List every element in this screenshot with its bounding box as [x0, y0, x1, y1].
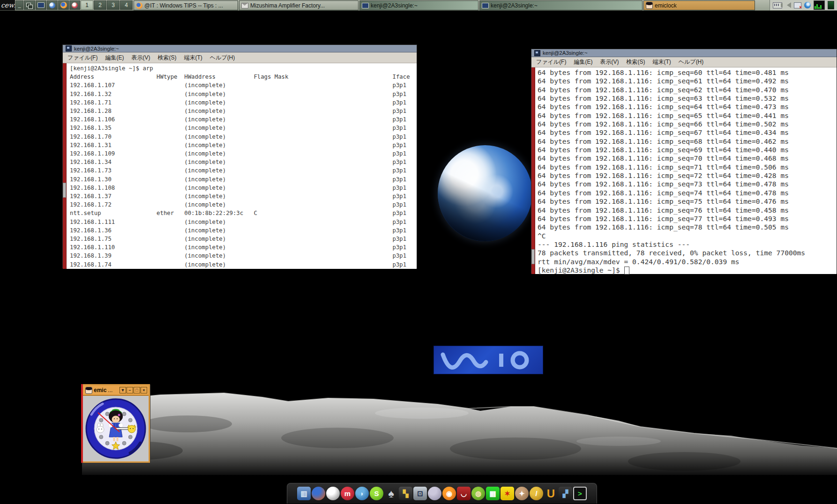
gnumeric-icon[interactable]: ▦: [486, 487, 500, 500]
firefox-icon: [136, 2, 142, 9]
menu-item-4[interactable]: 端末(T): [652, 58, 671, 66]
emiclock-window: emic ... ▼−□×: [81, 384, 150, 463]
menu-item-4[interactable]: 端末(T): [184, 54, 202, 62]
browser-launcher[interactable]: [47, 0, 58, 10]
skype-icon[interactable]: S: [370, 487, 383, 500]
emiclock-minimize-button[interactable]: −: [127, 387, 133, 393]
menu-item-3[interactable]: 検索(S): [626, 58, 645, 66]
task-title: @IT : Windows TIPS -- Tips : ...: [144, 2, 223, 9]
network-swirl-icon[interactable]: [804, 2, 811, 8]
menu-item-0[interactable]: ファイル(F): [536, 58, 566, 66]
speaker-icon[interactable]: [787, 2, 791, 8]
workspace-button-4[interactable]: 4: [120, 0, 133, 10]
scrollbar[interactable]: [531, 67, 535, 274]
emiclock-girl-icon: [646, 2, 653, 9]
adobe-reader-icon[interactable]: ◡: [457, 487, 471, 500]
title-bar[interactable]: kenji@2A3single:~: [531, 49, 837, 57]
task-title: kenji@2A3single:~: [491, 2, 538, 9]
screen-icon[interactable]: ⊡: [413, 487, 427, 500]
window-list-button[interactable]: [24, 0, 35, 10]
workspace-button-2[interactable]: 2: [94, 0, 106, 10]
menu-bar: ファイル(F)編集(E)表示(V)検索(S)端末(T)ヘルプ(H): [531, 57, 837, 67]
maple-leaf-icon[interactable]: ✶: [501, 487, 514, 500]
emiclock-title: emic: [94, 387, 106, 393]
ping-output: 64 bytes from 192.168.1.116: icmp_seq=60…: [531, 67, 837, 266]
emiclock-clock: [84, 396, 148, 461]
menu-item-3[interactable]: 検索(S): [157, 54, 176, 62]
globe-browser-icon[interactable]: [326, 487, 340, 500]
menu-item-5[interactable]: ヘルプ(H): [210, 54, 235, 62]
taskbar-task-2[interactable]: kenji@2A3single:~: [359, 0, 478, 10]
terminal-window-icon: [534, 50, 540, 56]
monitor-launcher[interactable]: [36, 0, 46, 10]
earth-image: [438, 145, 532, 241]
scrollbar-thumb[interactable]: [531, 249, 535, 264]
dock: ▥m◗S♠▚⊡◉◡◍▦✶✦/U▞>: [287, 483, 597, 504]
firefox-launcher[interactable]: [58, 0, 69, 10]
scrollbar[interactable]: [63, 63, 67, 269]
globe-icon: [49, 2, 55, 8]
rabbit-marker: [97, 423, 104, 433]
emiclock-title-bar[interactable]: emic ... ▼−□×: [82, 385, 149, 396]
taskbar-task-0[interactable]: @IT : Windows TIPS -- Tips : ...: [134, 0, 238, 10]
scrollbar-thumb[interactable]: [63, 183, 66, 198]
menu-item-2[interactable]: 表示(V): [600, 58, 619, 66]
menu-item-5[interactable]: ヘルプ(H): [679, 58, 704, 66]
arp-output: [kenji@2A3single ~]$ arp Address HWtype …: [63, 63, 417, 269]
terminal-window-arp: kenji@2A3single:~ ファイル(F)編集(E)表示(V)検索(S)…: [62, 44, 417, 268]
media-clapper-icon[interactable]: ▞: [559, 487, 572, 500]
cat-marker: [127, 425, 136, 433]
sushi-icon[interactable]: ◍: [471, 487, 485, 500]
vaio-logo: [433, 346, 543, 374]
gimp-icon[interactable]: ✦: [515, 487, 529, 500]
terminal-icon: [362, 3, 369, 8]
show-desktop-button[interactable]: _: [15, 0, 23, 10]
paint-icon[interactable]: /: [530, 487, 543, 500]
menu-item-1[interactable]: 編集(E): [105, 54, 124, 62]
terminal-icon[interactable]: >: [573, 487, 587, 500]
taskbar-task-1[interactable]: Mizushima Amplifier Factory...: [239, 0, 359, 10]
girl-figure: [108, 410, 123, 441]
menu-bar: ファイル(F)編集(E)表示(V)検索(S)端末(T)ヘルプ(H): [63, 52, 417, 63]
emiclock-close-button[interactable]: ×: [141, 387, 147, 393]
inkscape-icon[interactable]: ♠: [384, 487, 398, 500]
dock-drawer-icon[interactable]: ▥: [297, 487, 311, 500]
taskbar-task-4[interactable]: emiclock: [643, 0, 755, 10]
emiclock-title-ellipsis: ...: [108, 387, 112, 393]
wm-logo[interactable]: cewm: [0, 0, 15, 10]
emiclock-girl-icon: [85, 387, 92, 394]
menu-item-2[interactable]: 表示(V): [131, 54, 150, 62]
media-player-icon: [72, 2, 78, 8]
emacs-horse-icon[interactable]: [428, 487, 441, 500]
title-bar[interactable]: kenji@2A3single:~: [63, 45, 417, 52]
firefox-icon[interactable]: [312, 487, 325, 500]
media-launcher[interactable]: [69, 0, 80, 10]
office-icon[interactable]: U: [544, 487, 558, 500]
system-tray: [770, 0, 837, 10]
menu-item-1[interactable]: 編集(E): [574, 58, 592, 66]
bluefish-icon[interactable]: ◗: [355, 487, 369, 500]
cpu-meter: [814, 0, 825, 10]
video-editor-icon[interactable]: ▚: [399, 487, 412, 500]
task-title: kenji@2A3single:~: [371, 2, 418, 9]
workspace-button-3[interactable]: 3: [107, 0, 120, 10]
vaio-wave: [443, 355, 486, 368]
terminal-cursor: [624, 267, 629, 274]
terminal-content[interactable]: [kenji@2A3single ~]$ arp Address HWtype …: [63, 63, 417, 269]
firefox-icon: [60, 2, 67, 8]
menu-item-0[interactable]: ファイル(F): [67, 54, 97, 62]
terminal-content[interactable]: 64 bytes from 192.168.1.116: icmp_seq=60…: [531, 67, 837, 274]
emiclock-maximize-button[interactable]: □: [134, 387, 140, 393]
mail-alert-icon[interactable]: [794, 2, 801, 8]
taskbar-task-3[interactable]: kenji@2A3single:~: [479, 0, 643, 10]
window-title: kenji@2A3single:~: [74, 46, 119, 52]
miro-player-icon[interactable]: m: [341, 487, 354, 500]
emiclock-shade-button[interactable]: ▼: [120, 387, 126, 393]
terminal-window-ping: kenji@2A3single:~ ファイル(F)編集(E)表示(V)検索(S)…: [531, 49, 837, 274]
shell-prompt[interactable]: [kenji@2A3single ~]$: [531, 266, 837, 274]
workspace-button-1[interactable]: 1: [81, 0, 93, 10]
terminal-icon: [482, 3, 489, 8]
taskbar: cewm _ 1234 @IT : Windows TIPS -- Tips :…: [0, 0, 837, 11]
blender-icon[interactable]: ◉: [442, 487, 456, 500]
pager-mini[interactable]: [828, 1, 834, 9]
